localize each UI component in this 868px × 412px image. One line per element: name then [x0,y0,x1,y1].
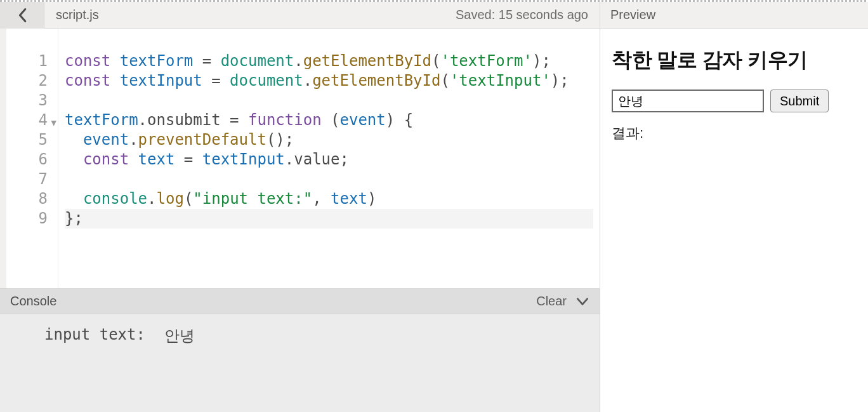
code-area[interactable]: const textForm = document.getElementById… [58,29,600,288]
filename-label: script.js [44,8,456,22]
editor-header: script.js Saved: 15 seconds ago [0,2,600,29]
console-header: Console Clear [0,289,600,314]
console-clear-button[interactable]: Clear [536,294,567,309]
line-number: 1 [6,51,58,71]
line-number: 9 [6,209,58,229]
editor-pane: script.js Saved: 15 seconds ago 1 2 3 4▼… [0,2,600,412]
code-line: const text = textInput.value; [65,150,349,168]
code-line: const textInput = document.getElementByI… [65,72,569,90]
preview-title: Preview [610,8,655,22]
back-button[interactable] [0,2,44,29]
preview-result-label: 결과: [612,124,857,143]
line-number: 5 [6,130,58,150]
console-panel: Console Clear input text: 안녕 [0,288,600,412]
preview-submit-button[interactable]: Submit [770,90,829,112]
console-collapse-button[interactable] [575,295,589,309]
chevron-left-icon [17,8,27,23]
line-number: 6 [6,150,58,169]
console-log-row: input text: 안녕 [44,326,584,346]
preview-form: Submit [612,90,857,112]
code-editor[interactable]: 1 2 3 4▼ 5 6 7 8 9 const textForm = docu… [0,29,600,288]
console-log-value: 안녕 [164,326,195,346]
preview-body: 착한 말로 감자 키우기 Submit 결과: [600,29,868,161]
code-line: const textForm = document.getElementById… [65,52,551,70]
line-number: 4▼ [6,110,58,130]
chevron-down-icon [575,295,589,309]
console-log-prefix: input text: [44,326,145,346]
line-number: 2 [6,71,58,91]
code-line: event.preventDefault(); [65,131,294,149]
code-line: }; [65,209,593,229]
console-output[interactable]: input text: 안녕 [0,314,600,412]
line-number: 3 [6,91,58,110]
code-line: textForm.onsubmit = function (event) { [65,111,413,129]
preview-heading: 착한 말로 감자 키우기 [612,46,857,74]
preview-text-input[interactable] [612,90,764,112]
code-line: console.log("input text:", text) [65,190,376,208]
saved-status: Saved: 15 seconds ago [456,8,600,22]
preview-header: Preview [600,2,868,29]
line-gutter: 1 2 3 4▼ 5 6 7 8 9 [6,29,58,288]
line-number: 8 [6,189,58,209]
preview-pane: Preview 착한 말로 감자 키우기 Submit 결과: [600,2,868,412]
console-title: Console [10,294,536,309]
line-number: 7 [6,169,58,189]
